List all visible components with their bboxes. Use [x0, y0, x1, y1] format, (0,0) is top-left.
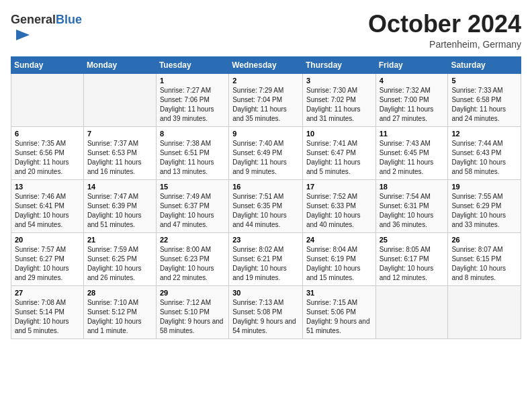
cell-info: Sunrise: 7:54 AMSunset: 6:31 PMDaylight:…	[380, 192, 445, 230]
cell-info: Sunrise: 7:43 AMSunset: 6:45 PMDaylight:…	[380, 139, 445, 177]
weekday-header: Thursday	[302, 56, 375, 73]
cell-info: Sunrise: 7:51 AMSunset: 6:35 PMDaylight:…	[232, 192, 299, 230]
calendar-cell: 5Sunrise: 7:33 AMSunset: 6:58 PMDaylight…	[448, 73, 521, 126]
calendar-cell: 24Sunrise: 8:04 AMSunset: 6:19 PMDayligh…	[302, 232, 375, 285]
calendar-cell: 28Sunrise: 7:10 AMSunset: 5:12 PMDayligh…	[83, 285, 156, 338]
calendar-cell: 1Sunrise: 7:27 AMSunset: 7:06 PMDaylight…	[156, 73, 228, 126]
cell-info: Sunrise: 7:30 AMSunset: 7:02 PMDaylight:…	[306, 86, 372, 124]
calendar-cell: 15Sunrise: 7:49 AMSunset: 6:37 PMDayligh…	[156, 179, 228, 232]
cell-day-number: 31	[306, 289, 372, 297]
cell-info: Sunrise: 8:00 AMSunset: 6:23 PMDaylight:…	[160, 245, 225, 283]
cell-info: Sunrise: 7:13 AMSunset: 5:08 PMDaylight:…	[232, 298, 299, 336]
calendar-cell: 27Sunrise: 7:08 AMSunset: 5:14 PMDayligh…	[11, 285, 84, 338]
cell-info: Sunrise: 7:10 AMSunset: 5:12 PMDaylight:…	[87, 298, 152, 336]
calendar-cell: 6Sunrise: 7:35 AMSunset: 6:56 PMDaylight…	[11, 126, 84, 179]
cell-day-number: 29	[160, 289, 225, 297]
cell-day-number: 16	[232, 183, 299, 191]
calendar-cell: 23Sunrise: 8:02 AMSunset: 6:21 PMDayligh…	[229, 232, 303, 285]
calendar-cell: 26Sunrise: 8:07 AMSunset: 6:15 PMDayligh…	[448, 232, 521, 285]
logo-icon	[13, 27, 32, 46]
cell-day-number: 23	[232, 236, 299, 244]
calendar-cell	[83, 73, 156, 126]
title-block: October 2024 Partenheim, Germany	[368, 11, 521, 50]
calendar-cell: 9Sunrise: 7:40 AMSunset: 6:49 PMDaylight…	[229, 126, 303, 179]
cell-day-number: 25	[380, 236, 445, 244]
cell-info: Sunrise: 7:41 AMSunset: 6:47 PMDaylight:…	[306, 139, 372, 177]
cell-info: Sunrise: 8:07 AMSunset: 6:15 PMDaylight:…	[451, 245, 517, 283]
header: GeneralBlue October 2024 Partenheim, Ger…	[11, 11, 521, 50]
cell-day-number: 9	[232, 130, 299, 138]
calendar-cell: 7Sunrise: 7:37 AMSunset: 6:53 PMDaylight…	[83, 126, 156, 179]
calendar-cell: 8Sunrise: 7:38 AMSunset: 6:51 PMDaylight…	[156, 126, 228, 179]
cell-info: Sunrise: 7:59 AMSunset: 6:25 PMDaylight:…	[87, 245, 152, 283]
calendar-cell: 30Sunrise: 7:13 AMSunset: 5:08 PMDayligh…	[229, 285, 303, 338]
calendar-table: SundayMondayTuesdayWednesdayThursdayFrid…	[11, 56, 521, 339]
cell-info: Sunrise: 7:32 AMSunset: 7:00 PMDaylight:…	[380, 86, 445, 124]
cell-info: Sunrise: 7:47 AMSunset: 6:39 PMDaylight:…	[87, 192, 152, 230]
cell-day-number: 21	[87, 236, 152, 244]
calendar-cell: 2Sunrise: 7:29 AMSunset: 7:04 PMDaylight…	[229, 73, 303, 126]
cell-day-number: 20	[15, 236, 80, 244]
cell-info: Sunrise: 7:08 AMSunset: 5:14 PMDaylight:…	[15, 298, 80, 336]
cell-info: Sunrise: 8:04 AMSunset: 6:19 PMDaylight:…	[306, 245, 372, 283]
calendar-header-row: SundayMondayTuesdayWednesdayThursdayFrid…	[11, 56, 521, 73]
weekday-header: Sunday	[11, 56, 84, 73]
cell-info: Sunrise: 7:38 AMSunset: 6:51 PMDaylight:…	[160, 139, 225, 177]
calendar-cell: 17Sunrise: 7:52 AMSunset: 6:33 PMDayligh…	[302, 179, 375, 232]
calendar-cell: 25Sunrise: 8:05 AMSunset: 6:17 PMDayligh…	[375, 232, 448, 285]
cell-day-number: 11	[380, 130, 445, 138]
calendar-cell: 11Sunrise: 7:43 AMSunset: 6:45 PMDayligh…	[375, 126, 448, 179]
logo: GeneralBlue	[11, 13, 82, 48]
calendar-cell: 12Sunrise: 7:44 AMSunset: 6:43 PMDayligh…	[448, 126, 521, 179]
logo-general-text: General	[11, 13, 56, 26]
cell-day-number: 4	[380, 77, 445, 85]
calendar-cell: 13Sunrise: 7:46 AMSunset: 6:41 PMDayligh…	[11, 179, 84, 232]
cell-info: Sunrise: 7:33 AMSunset: 6:58 PMDaylight:…	[451, 86, 517, 124]
weekday-header: Wednesday	[229, 56, 303, 73]
cell-day-number: 3	[306, 77, 372, 85]
cell-info: Sunrise: 7:37 AMSunset: 6:53 PMDaylight:…	[87, 139, 152, 177]
cell-info: Sunrise: 7:12 AMSunset: 5:10 PMDaylight:…	[160, 298, 225, 336]
cell-info: Sunrise: 7:40 AMSunset: 6:49 PMDaylight:…	[232, 139, 299, 177]
cell-info: Sunrise: 7:49 AMSunset: 6:37 PMDaylight:…	[160, 192, 225, 230]
cell-day-number: 27	[15, 289, 80, 297]
calendar-cell	[448, 285, 521, 338]
cell-day-number: 12	[451, 130, 517, 138]
cell-day-number: 13	[15, 183, 80, 191]
cell-info: Sunrise: 7:29 AMSunset: 7:04 PMDaylight:…	[232, 86, 299, 124]
cell-info: Sunrise: 7:27 AMSunset: 7:06 PMDaylight:…	[160, 86, 225, 124]
calendar-week-row: 27Sunrise: 7:08 AMSunset: 5:14 PMDayligh…	[11, 285, 521, 338]
cell-day-number: 28	[87, 289, 152, 297]
calendar-cell: 4Sunrise: 7:32 AMSunset: 7:00 PMDaylight…	[375, 73, 448, 126]
calendar-week-row: 13Sunrise: 7:46 AMSunset: 6:41 PMDayligh…	[11, 179, 521, 232]
cell-day-number: 19	[451, 183, 517, 191]
calendar-cell: 21Sunrise: 7:59 AMSunset: 6:25 PMDayligh…	[83, 232, 156, 285]
cell-day-number: 8	[160, 130, 225, 138]
cell-info: Sunrise: 7:52 AMSunset: 6:33 PMDaylight:…	[306, 192, 372, 230]
cell-info: Sunrise: 7:44 AMSunset: 6:43 PMDaylight:…	[451, 139, 517, 177]
calendar-week-row: 1Sunrise: 7:27 AMSunset: 7:06 PMDaylight…	[11, 73, 521, 126]
calendar-cell: 14Sunrise: 7:47 AMSunset: 6:39 PMDayligh…	[83, 179, 156, 232]
cell-day-number: 10	[306, 130, 372, 138]
cell-day-number: 22	[160, 236, 225, 244]
cell-day-number: 7	[87, 130, 152, 138]
weekday-header: Saturday	[448, 56, 521, 73]
cell-info: Sunrise: 7:57 AMSunset: 6:27 PMDaylight:…	[15, 245, 80, 283]
cell-day-number: 1	[160, 77, 225, 85]
cell-day-number: 5	[451, 77, 517, 85]
svg-marker-0	[16, 30, 30, 40]
calendar-page: GeneralBlue October 2024 Partenheim, Ger…	[0, 0, 532, 411]
weekday-header: Monday	[83, 56, 156, 73]
calendar-cell: 3Sunrise: 7:30 AMSunset: 7:02 PMDaylight…	[302, 73, 375, 126]
calendar-cell: 31Sunrise: 7:15 AMSunset: 5:06 PMDayligh…	[302, 285, 375, 338]
cell-day-number: 30	[232, 289, 299, 297]
calendar-week-row: 6Sunrise: 7:35 AMSunset: 6:56 PMDaylight…	[11, 126, 521, 179]
calendar-cell	[11, 73, 84, 126]
calendar-week-row: 20Sunrise: 7:57 AMSunset: 6:27 PMDayligh…	[11, 232, 521, 285]
cell-info: Sunrise: 7:46 AMSunset: 6:41 PMDaylight:…	[15, 192, 80, 230]
cell-day-number: 14	[87, 183, 152, 191]
cell-day-number: 17	[306, 183, 372, 191]
cell-day-number: 24	[306, 236, 372, 244]
calendar-cell	[375, 285, 448, 338]
location-text: Partenheim, Germany	[368, 39, 521, 50]
